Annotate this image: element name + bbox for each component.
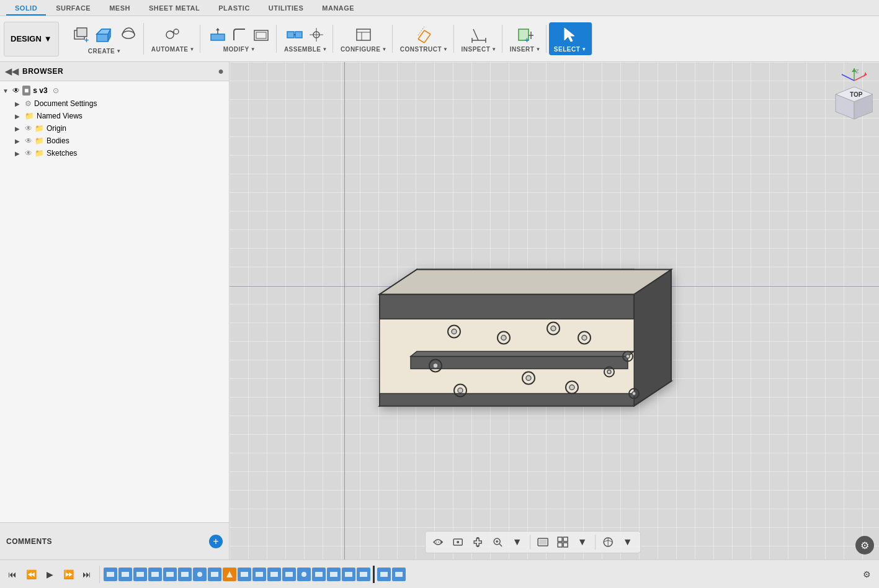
svg-marker-46 — [411, 352, 634, 357]
tab-sheet-metal[interactable]: SHEET METAL — [140, 2, 208, 16]
inspect-label[interactable]: INSPECT ▼ — [462, 46, 497, 53]
grid-dropdown[interactable]: ▼ — [574, 533, 591, 551]
origin-expand[interactable]: ▶ — [15, 125, 22, 132]
tree-sketches[interactable]: ▶ 👁 📁 Sketches — [0, 147, 229, 159]
named-views-expand[interactable]: ▶ — [15, 113, 22, 120]
origin-eye-icon[interactable]: 👁 — [25, 124, 32, 133]
timeline-prev[interactable]: ⏪ — [22, 566, 40, 583]
timeline-step-14[interactable] — [297, 568, 311, 581]
timeline-last[interactable]: ⏭ — [78, 566, 96, 583]
timeline-step-17[interactable] — [342, 568, 355, 581]
timeline-step-8[interactable] — [208, 568, 221, 581]
design-button[interactable]: DESIGN ▼ — [4, 22, 59, 56]
select-icon[interactable] — [560, 25, 580, 45]
browser-close[interactable]: ● — [218, 66, 224, 77]
timeline-step-20[interactable] — [392, 568, 406, 581]
fillet-icon[interactable] — [230, 25, 249, 45]
timeline-step-7[interactable] — [193, 568, 207, 581]
timeline-step-11[interactable] — [252, 568, 266, 581]
timeline-step-1[interactable] — [104, 568, 117, 581]
timeline-step-16[interactable] — [327, 568, 341, 581]
browser-toggle[interactable]: ◀◀ — [5, 66, 19, 76]
tree-bodies[interactable]: ▶ 👁 📁 Bodies — [0, 135, 229, 147]
tab-surface[interactable]: SURFACE — [47, 2, 99, 16]
new-component-icon[interactable]: + — [71, 25, 91, 45]
tree-root[interactable]: ▼ 👁 ■ s v3 ⊙ — [0, 84, 229, 97]
construct-label[interactable]: CONSTRUCT ▼ — [400, 46, 448, 53]
timeline-step-3[interactable] — [133, 568, 147, 581]
create-label[interactable]: CREATE ▼ — [88, 48, 122, 55]
extrude-icon[interactable] — [93, 23, 117, 47]
insert-derived-icon[interactable]: + — [515, 25, 535, 45]
tab-utilities[interactable]: UTILITIES — [260, 2, 312, 16]
origin-label: Origin — [47, 124, 66, 133]
offset-plane-icon[interactable] — [414, 25, 434, 45]
tab-solid[interactable]: SOLID — [6, 2, 46, 16]
look-at-tool[interactable] — [449, 533, 466, 551]
settings-gear-icon[interactable]: ⚙ — [855, 536, 874, 555]
timeline-step-18[interactable] — [357, 568, 370, 581]
doc-settings-expand[interactable]: ▶ — [15, 100, 22, 107]
automate-label[interactable]: AUTOMATE ▼ — [151, 46, 195, 53]
pan-tool[interactable] — [469, 533, 486, 551]
new-joint-icon[interactable] — [285, 25, 305, 45]
sketches-expand[interactable]: ▶ — [15, 150, 22, 157]
svg-rect-102 — [166, 572, 174, 577]
svg-rect-100 — [136, 572, 144, 577]
tab-plastic[interactable]: PLASTIC — [210, 2, 259, 16]
timeline-step-13[interactable] — [282, 568, 296, 581]
toolbar: SOLID SURFACE MESH SHEET METAL PLASTIC U… — [0, 0, 879, 62]
view-cube[interactable]: Z TOP — [823, 68, 873, 118]
timeline-steps — [104, 566, 857, 583]
timeline-step-15[interactable] — [312, 568, 326, 581]
viewport[interactable]: Z TOP — [230, 62, 879, 559]
timeline-step-5[interactable] — [163, 568, 177, 581]
timeline-step-9[interactable] — [223, 568, 236, 581]
shell-icon[interactable] — [251, 25, 271, 45]
tree-origin[interactable]: ▶ 👁 📁 Origin — [0, 122, 229, 135]
select-label[interactable]: SELECT ▼ — [554, 46, 587, 53]
configure-label[interactable]: CONFIGURE ▼ — [341, 46, 387, 53]
timeline-first[interactable]: ⏮ — [4, 566, 21, 583]
root-expand[interactable]: ▼ — [2, 87, 10, 94]
bodies-label: Bodies — [47, 136, 69, 145]
modify-label[interactable]: MODIFY ▼ — [223, 46, 256, 53]
timeline-settings-icon[interactable]: ⚙ — [858, 566, 875, 583]
automate-icon[interactable] — [163, 25, 183, 45]
env-dropdown[interactable]: ▼ — [619, 533, 636, 551]
orbit-tool[interactable] — [429, 533, 447, 551]
timeline-step-10[interactable] — [238, 568, 251, 581]
add-comment-button[interactable]: + — [209, 535, 223, 548]
assemble-label[interactable]: ASSEMBLE ▼ — [284, 46, 328, 53]
tree-doc-settings[interactable]: ▶ ⚙ Document Settings — [0, 97, 229, 110]
tool-group-construct: CONSTRUCT ▼ — [395, 25, 454, 53]
zoom-dropdown[interactable]: ▼ — [509, 533, 526, 551]
zoom-tool[interactable] — [489, 533, 506, 551]
timeline-step-2[interactable] — [118, 568, 132, 581]
timeline-step-12[interactable] — [267, 568, 281, 581]
timeline-step-19[interactable] — [377, 568, 391, 581]
insert-label[interactable]: INSERT ▼ — [510, 46, 541, 53]
svg-rect-15 — [287, 32, 294, 38]
timeline-play[interactable]: ▶ — [41, 566, 58, 583]
bodies-expand[interactable]: ▶ — [15, 138, 22, 145]
measure-icon[interactable] — [469, 25, 489, 45]
joint-origin-icon[interactable] — [306, 25, 326, 45]
vp-sep1 — [530, 535, 530, 550]
grid-display[interactable] — [554, 533, 571, 551]
revolve-icon[interactable] — [118, 25, 138, 45]
tree-named-views[interactable]: ▶ 📁 Named Views — [0, 110, 229, 122]
timeline-next[interactable]: ⏩ — [60, 566, 77, 583]
configure-icon[interactable] — [354, 25, 373, 45]
press-pull-icon[interactable] — [208, 25, 228, 45]
display-mode[interactable] — [534, 533, 551, 551]
environment-display[interactable] — [599, 533, 617, 551]
eye-root[interactable]: 👁 — [12, 86, 20, 95]
timeline-step-4[interactable] — [148, 568, 162, 581]
tab-mesh[interactable]: MESH — [100, 2, 139, 16]
tab-manage[interactable]: MANAGE — [313, 2, 363, 16]
timeline-step-6[interactable] — [178, 568, 192, 581]
bodies-eye-icon[interactable]: 👁 — [25, 136, 32, 145]
sketches-eye-icon[interactable]: 👁 — [25, 149, 32, 158]
create-icons: + — [71, 23, 138, 47]
